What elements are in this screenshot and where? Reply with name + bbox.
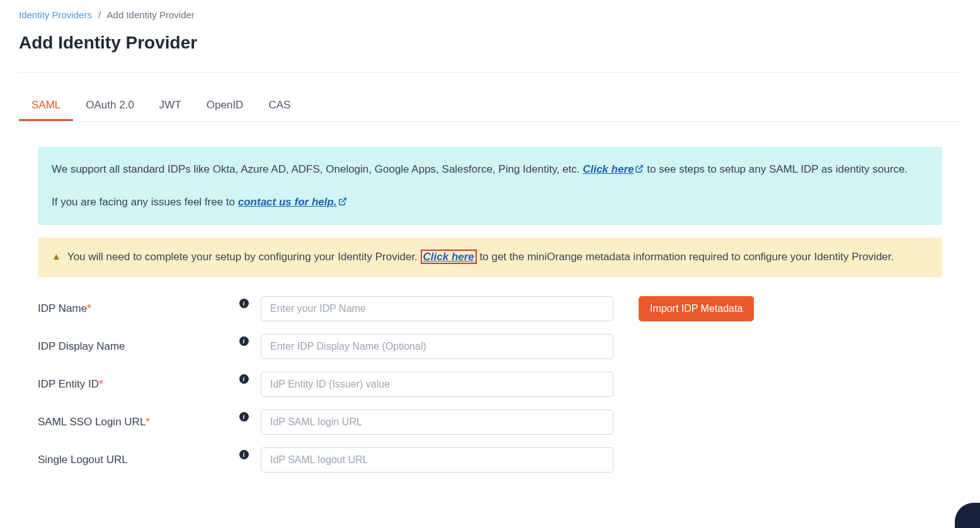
label-saml-sso-login-url: SAML SSO Login URL* <box>38 416 227 428</box>
svg-line-0 <box>639 166 642 169</box>
page-title: Add Identity Provider <box>19 33 961 53</box>
single-logout-url-input[interactable] <box>261 447 613 473</box>
breadcrumb-parent-link[interactable]: Identity Providers <box>19 9 92 20</box>
warning-text-pre: You will need to complete your setup by … <box>67 251 421 263</box>
form-row-single-logout-url: Single Logout URL i <box>38 447 942 473</box>
tab-jwt[interactable]: JWT <box>147 91 194 121</box>
info-icon[interactable]: i <box>239 374 249 384</box>
label-idp-name: IDP Name* <box>38 302 227 315</box>
tab-content: We support all standard IDPs like Okta, … <box>19 122 961 473</box>
title-divider <box>19 72 961 72</box>
form-row-idp-name: IDP Name* i Import IDP Metadata <box>38 296 942 321</box>
breadcrumb-current: Add Identity Provider <box>107 9 195 20</box>
info-banner: We support all standard IDPs like Okta, … <box>38 147 942 225</box>
info-icon[interactable]: i <box>239 412 249 422</box>
tab-cas[interactable]: CAS <box>256 91 303 121</box>
tabs-bar: SAML OAuth 2.0 JWT OpenID CAS <box>19 91 961 122</box>
saml-sso-login-url-input[interactable] <box>261 410 613 435</box>
info-text-3: If you are facing any issues feel free t… <box>52 196 238 208</box>
form-row-idp-display-name: IDP Display Name i <box>38 334 942 359</box>
click-here-metadata-link[interactable]: Click here <box>423 251 474 263</box>
label-single-logout-url: Single Logout URL <box>38 454 227 466</box>
form-row-saml-sso-login-url: SAML SSO Login URL* i <box>38 410 942 435</box>
click-here-highlighted: Click here <box>421 250 477 264</box>
form-row-idp-entity-id: IDP Entity ID* i <box>38 372 942 397</box>
info-text-2: to see steps to setup any SAML IDP as id… <box>644 163 908 175</box>
svg-line-1 <box>341 198 345 202</box>
tab-oauth2[interactable]: OAuth 2.0 <box>73 91 147 121</box>
label-idp-entity-id: IDP Entity ID* <box>38 378 227 391</box>
import-idp-metadata-button[interactable]: Import IDP Metadata <box>639 296 754 321</box>
tab-saml[interactable]: SAML <box>19 91 73 121</box>
breadcrumb-separator: / <box>98 9 101 20</box>
idp-display-name-input[interactable] <box>261 334 613 359</box>
tab-openid[interactable]: OpenID <box>194 91 256 121</box>
required-marker: * <box>145 416 150 428</box>
warning-icon: ▲ <box>52 249 61 265</box>
breadcrumb: Identity Providers / Add Identity Provid… <box>19 9 961 20</box>
click-here-setup-link[interactable]: Click here <box>583 163 644 175</box>
info-icon[interactable]: i <box>239 450 249 459</box>
info-icon[interactable]: i <box>239 299 249 308</box>
required-marker: * <box>99 378 103 390</box>
warning-banner: ▲ You will need to complete your setup b… <box>38 238 942 277</box>
warning-text-post: to get the miniOrange metadata informati… <box>477 251 894 263</box>
external-link-icon <box>338 194 347 211</box>
external-link-icon <box>635 161 644 178</box>
idp-name-input[interactable] <box>261 296 613 321</box>
idp-entity-id-input[interactable] <box>261 372 613 397</box>
label-idp-display-name: IDP Display Name <box>38 340 227 353</box>
info-text-1: We support all standard IDPs like Okta, … <box>52 163 583 175</box>
required-marker: * <box>87 302 91 314</box>
info-icon[interactable]: i <box>239 336 249 346</box>
contact-help-link[interactable]: contact us for help. <box>238 196 347 208</box>
